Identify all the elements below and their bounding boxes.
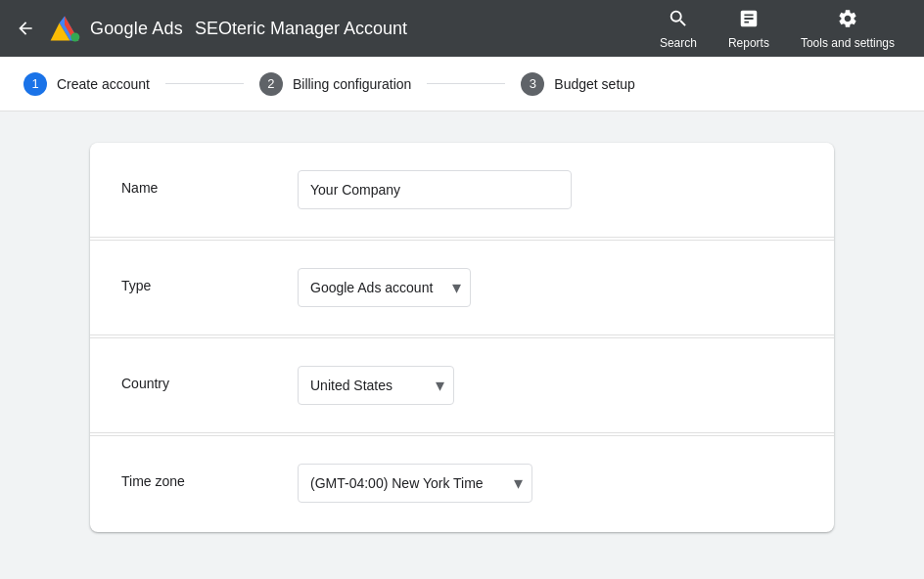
account-name: SEOteric Manager Account xyxy=(195,19,407,39)
step-2-label: Billing configuration xyxy=(293,76,411,92)
step-3: 3 Budget setup xyxy=(521,72,635,96)
search-icon xyxy=(668,8,689,34)
country-field-wrapper: United States United Kingdom Canada Aust… xyxy=(298,366,803,405)
name-input[interactable] xyxy=(298,170,572,209)
country-section: Country United States United Kingdom Can… xyxy=(90,337,834,433)
type-select-wrapper: Google Ads account Manager account ▾ xyxy=(298,268,471,307)
name-field-wrapper xyxy=(298,170,803,209)
back-button[interactable] xyxy=(16,19,35,38)
timezone-select-wrapper: (GMT-04:00) New York Time (GMT-07:00) Pa… xyxy=(298,464,532,503)
timezone-select[interactable]: (GMT-04:00) New York Time (GMT-07:00) Pa… xyxy=(298,464,532,503)
timezone-section: Time zone (GMT-04:00) New York Time (GMT… xyxy=(90,435,834,530)
svg-point-1 xyxy=(70,33,79,42)
type-select[interactable]: Google Ads account Manager account xyxy=(298,268,471,307)
reports-icon xyxy=(738,8,760,34)
step-2-number: 2 xyxy=(259,72,283,96)
step-1: 1 Create account xyxy=(23,72,150,96)
app-name: Google Ads xyxy=(90,19,183,39)
step-1-label: Create account xyxy=(57,76,150,92)
step-3-label: Budget setup xyxy=(554,76,635,92)
reports-nav-button[interactable]: Reports xyxy=(715,0,783,58)
type-field-wrapper: Google Ads account Manager account ▾ xyxy=(298,268,803,307)
country-select-wrapper: United States United Kingdom Canada Aust… xyxy=(298,366,454,405)
name-section: Name xyxy=(90,143,834,238)
type-section: Type Google Ads account Manager account … xyxy=(90,240,834,335)
top-navigation: Google Ads SEOteric Manager Account Sear… xyxy=(0,0,924,57)
nav-actions: Search Reports Tools and settings xyxy=(646,0,908,58)
name-label: Name xyxy=(121,170,298,196)
step-divider-1 xyxy=(165,83,244,84)
step-1-number: 1 xyxy=(23,72,47,96)
tools-nav-button[interactable]: Tools and settings xyxy=(787,0,908,58)
reports-nav-label: Reports xyxy=(728,36,769,50)
form-card: Name Type Google Ads account Manager acc… xyxy=(90,143,834,532)
step-3-number: 3 xyxy=(521,72,544,96)
type-label: Type xyxy=(121,268,298,293)
step-divider-2 xyxy=(427,83,505,84)
step-2: 2 Billing configuration xyxy=(259,72,411,96)
tools-icon xyxy=(837,8,858,34)
country-label: Country xyxy=(121,366,298,391)
tools-nav-label: Tools and settings xyxy=(801,36,895,50)
main-content: Name Type Google Ads account Manager acc… xyxy=(0,111,924,579)
timezone-field-wrapper: (GMT-04:00) New York Time (GMT-07:00) Pa… xyxy=(298,464,803,503)
stepper-bar: 1 Create account 2 Billing configuration… xyxy=(0,57,924,111)
search-nav-button[interactable]: Search xyxy=(646,0,711,58)
timezone-label: Time zone xyxy=(121,464,298,489)
search-nav-label: Search xyxy=(660,36,697,50)
google-ads-logo xyxy=(47,11,82,46)
country-select[interactable]: United States United Kingdom Canada Aust… xyxy=(298,366,454,405)
